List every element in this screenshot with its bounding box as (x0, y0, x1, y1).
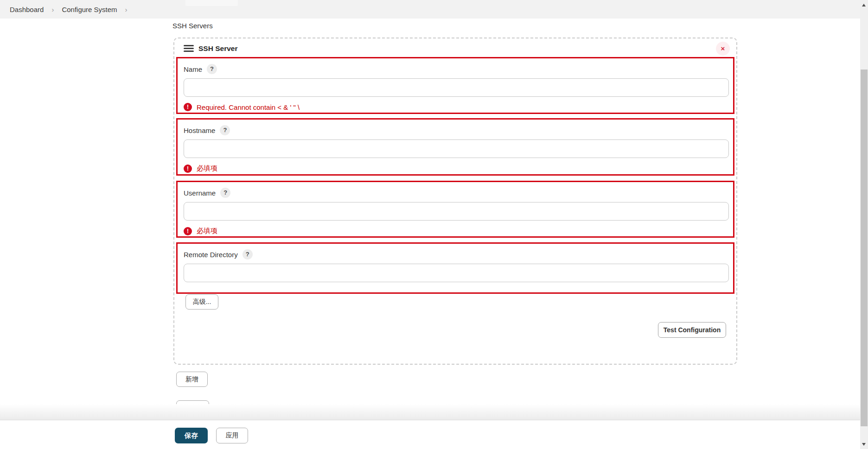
save-button[interactable]: 保存 (175, 428, 208, 443)
help-icon[interactable]: ? (220, 125, 230, 135)
ssh-servers-section-label: SSH Servers (172, 22, 213, 30)
name-field-group: Name ? ! Required. Cannot contain < & ' … (176, 57, 734, 114)
breadcrumb-item-configure-system[interactable]: Configure System (62, 6, 117, 13)
ssh-server-card-header: SSH Server × (174, 38, 736, 58)
username-field-group: Username ? ! 必填项 (176, 181, 734, 238)
remote-directory-label: Remote Directory (184, 251, 238, 259)
remote-directory-input[interactable] (184, 264, 729, 282)
apply-button[interactable]: 应用 (216, 428, 248, 443)
username-input[interactable] (184, 202, 729, 221)
error-icon: ! (184, 164, 192, 173)
drag-handle-icon[interactable] (184, 45, 194, 52)
error-icon: ! (184, 103, 192, 111)
help-icon[interactable]: ? (207, 64, 217, 74)
test-configuration-button[interactable]: Test Configuration (658, 322, 726, 338)
ssh-server-card-title: SSH Server (198, 44, 237, 53)
footer-shadow (0, 404, 860, 420)
error-icon: ! (184, 227, 192, 235)
remote-directory-field-group: Remote Directory ? (176, 242, 734, 294)
breadcrumb: Dashboard › Configure System › (0, 0, 868, 19)
scrolled-element-remnant (185, 0, 238, 6)
username-label: Username (184, 189, 216, 197)
footer-bar (0, 420, 860, 449)
ssh-server-card: SSH Server × Name ? ! Required. Cannot c… (173, 38, 737, 365)
scroll-down-icon[interactable] (860, 440, 868, 448)
name-input[interactable] (184, 78, 729, 97)
hostname-error-message: 必填项 (197, 164, 217, 173)
help-icon[interactable]: ? (220, 188, 230, 198)
hostname-field-group: Hostname ? ! 必填项 (176, 118, 734, 176)
chevron-right-icon: › (51, 6, 54, 13)
add-ssh-server-button[interactable]: 新增 (176, 372, 208, 387)
username-error-message: 必填项 (197, 227, 217, 235)
scrollbar-thumb[interactable] (861, 70, 868, 426)
close-icon[interactable]: × (716, 42, 730, 56)
help-icon[interactable]: ? (243, 249, 253, 259)
jenkins-configure-system-page: Dashboard › Configure System › SSH Serve… (0, 0, 868, 449)
name-error-message: Required. Cannot contain < & ' " \ (197, 103, 300, 111)
scroll-up-icon[interactable] (860, 1, 868, 9)
hostname-input[interactable] (184, 139, 729, 158)
hostname-label: Hostname (184, 126, 215, 134)
name-label: Name (184, 65, 202, 73)
vertical-scrollbar[interactable] (860, 0, 868, 449)
breadcrumb-item-dashboard[interactable]: Dashboard (10, 6, 44, 13)
chevron-right-icon: › (125, 6, 128, 13)
advanced-button[interactable]: 高级... (185, 294, 218, 310)
